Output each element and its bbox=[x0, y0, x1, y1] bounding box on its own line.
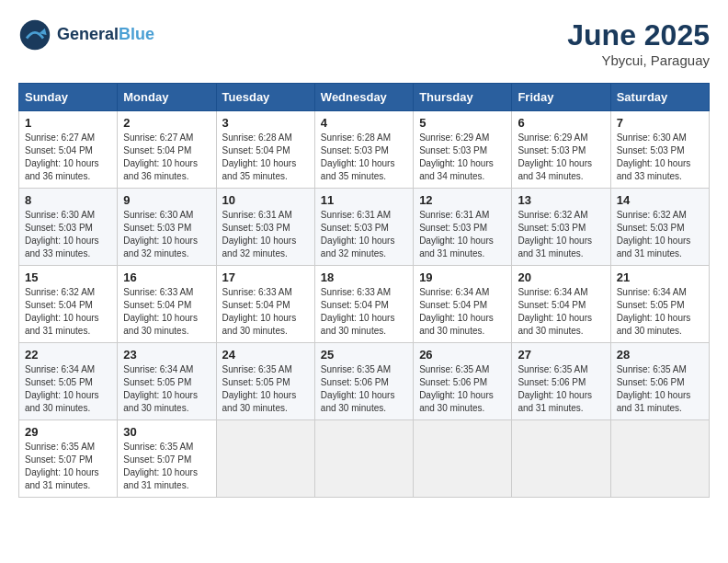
svg-point-0 bbox=[20, 20, 50, 50]
calendar-week-2: 8Sunrise: 6:30 AM Sunset: 5:03 PM Daylig… bbox=[19, 189, 710, 266]
day-number: 27 bbox=[518, 348, 604, 362]
day-header-wednesday: Wednesday bbox=[314, 84, 413, 111]
logo-text: GeneralBlue bbox=[57, 25, 154, 45]
calendar-header-row: SundayMondayTuesdayWednesdayThursdayFrid… bbox=[19, 84, 710, 111]
day-number: 11 bbox=[321, 193, 407, 207]
calendar-cell: 7Sunrise: 6:30 AM Sunset: 5:03 PM Daylig… bbox=[610, 111, 709, 189]
calendar-cell: 1Sunrise: 6:27 AM Sunset: 5:04 PM Daylig… bbox=[19, 111, 118, 189]
day-info: Sunrise: 6:32 AM Sunset: 5:04 PM Dayligh… bbox=[25, 286, 111, 338]
day-info: Sunrise: 6:34 AM Sunset: 5:05 PM Dayligh… bbox=[25, 363, 111, 415]
calendar-cell bbox=[314, 420, 413, 498]
location-subtitle: Ybycui, Paraguay bbox=[567, 52, 710, 68]
calendar-cell: 9Sunrise: 6:30 AM Sunset: 5:03 PM Daylig… bbox=[118, 189, 216, 266]
day-number: 7 bbox=[617, 116, 703, 130]
day-info: Sunrise: 6:33 AM Sunset: 5:04 PM Dayligh… bbox=[321, 286, 407, 338]
day-info: Sunrise: 6:31 AM Sunset: 5:03 PM Dayligh… bbox=[222, 209, 309, 260]
day-info: Sunrise: 6:32 AM Sunset: 5:03 PM Dayligh… bbox=[617, 209, 703, 260]
day-info: Sunrise: 6:34 AM Sunset: 5:05 PM Dayligh… bbox=[617, 286, 703, 338]
calendar-week-3: 15Sunrise: 6:32 AM Sunset: 5:04 PM Dayli… bbox=[19, 266, 710, 343]
calendar-cell: 21Sunrise: 6:34 AM Sunset: 5:05 PM Dayli… bbox=[610, 266, 709, 343]
calendar-week-4: 22Sunrise: 6:34 AM Sunset: 5:05 PM Dayli… bbox=[19, 343, 710, 420]
month-title: June 2025 bbox=[567, 18, 710, 52]
calendar-cell: 8Sunrise: 6:30 AM Sunset: 5:03 PM Daylig… bbox=[19, 189, 118, 266]
calendar-cell: 3Sunrise: 6:28 AM Sunset: 5:04 PM Daylig… bbox=[216, 111, 314, 189]
title-block: June 2025 Ybycui, Paraguay bbox=[567, 18, 710, 68]
day-info: Sunrise: 6:32 AM Sunset: 5:03 PM Dayligh… bbox=[518, 209, 604, 260]
page-header: GeneralBlue June 2025 Ybycui, Paraguay bbox=[18, 18, 710, 68]
day-info: Sunrise: 6:35 AM Sunset: 5:06 PM Dayligh… bbox=[518, 363, 604, 415]
day-number: 21 bbox=[617, 270, 703, 284]
day-info: Sunrise: 6:30 AM Sunset: 5:03 PM Dayligh… bbox=[123, 209, 210, 260]
day-header-thursday: Thursday bbox=[414, 84, 512, 111]
calendar-cell: 20Sunrise: 6:34 AM Sunset: 5:04 PM Dayli… bbox=[512, 266, 610, 343]
day-number: 15 bbox=[25, 270, 111, 284]
calendar-cell: 10Sunrise: 6:31 AM Sunset: 5:03 PM Dayli… bbox=[216, 189, 314, 266]
day-info: Sunrise: 6:34 AM Sunset: 5:05 PM Dayligh… bbox=[123, 363, 210, 415]
calendar-cell: 25Sunrise: 6:35 AM Sunset: 5:06 PM Dayli… bbox=[314, 343, 413, 420]
day-number: 24 bbox=[222, 348, 309, 362]
day-number: 1 bbox=[25, 116, 111, 130]
day-info: Sunrise: 6:35 AM Sunset: 5:07 PM Dayligh… bbox=[25, 441, 111, 492]
logo-icon bbox=[18, 18, 51, 52]
day-info: Sunrise: 6:31 AM Sunset: 5:03 PM Dayligh… bbox=[419, 209, 506, 260]
day-number: 8 bbox=[25, 193, 111, 207]
calendar-cell: 23Sunrise: 6:34 AM Sunset: 5:05 PM Dayli… bbox=[118, 343, 216, 420]
calendar-cell: 22Sunrise: 6:34 AM Sunset: 5:05 PM Dayli… bbox=[19, 343, 118, 420]
calendar-cell: 17Sunrise: 6:33 AM Sunset: 5:04 PM Dayli… bbox=[216, 266, 314, 343]
calendar-cell: 19Sunrise: 6:34 AM Sunset: 5:04 PM Dayli… bbox=[414, 266, 512, 343]
day-info: Sunrise: 6:34 AM Sunset: 5:04 PM Dayligh… bbox=[419, 286, 506, 338]
day-info: Sunrise: 6:33 AM Sunset: 5:04 PM Dayligh… bbox=[222, 286, 309, 338]
day-number: 13 bbox=[518, 193, 604, 207]
day-number: 19 bbox=[419, 270, 506, 284]
day-number: 6 bbox=[518, 116, 604, 130]
day-number: 18 bbox=[321, 270, 407, 284]
day-info: Sunrise: 6:29 AM Sunset: 5:03 PM Dayligh… bbox=[518, 132, 604, 183]
calendar-cell: 26Sunrise: 6:35 AM Sunset: 5:06 PM Dayli… bbox=[414, 343, 512, 420]
day-info: Sunrise: 6:29 AM Sunset: 5:03 PM Dayligh… bbox=[419, 132, 506, 183]
calendar-cell bbox=[216, 420, 314, 498]
calendar-cell bbox=[610, 420, 709, 498]
calendar-week-5: 29Sunrise: 6:35 AM Sunset: 5:07 PM Dayli… bbox=[19, 420, 710, 498]
day-number: 20 bbox=[518, 270, 604, 284]
day-header-tuesday: Tuesday bbox=[216, 84, 314, 111]
calendar-cell: 6Sunrise: 6:29 AM Sunset: 5:03 PM Daylig… bbox=[512, 111, 610, 189]
calendar-cell: 2Sunrise: 6:27 AM Sunset: 5:04 PM Daylig… bbox=[118, 111, 216, 189]
calendar-cell: 16Sunrise: 6:33 AM Sunset: 5:04 PM Dayli… bbox=[118, 266, 216, 343]
day-number: 17 bbox=[222, 270, 309, 284]
day-info: Sunrise: 6:33 AM Sunset: 5:04 PM Dayligh… bbox=[123, 286, 210, 338]
day-header-friday: Friday bbox=[512, 84, 610, 111]
day-number: 22 bbox=[25, 348, 111, 362]
day-info: Sunrise: 6:28 AM Sunset: 5:03 PM Dayligh… bbox=[321, 132, 407, 183]
day-number: 4 bbox=[321, 116, 407, 130]
day-info: Sunrise: 6:35 AM Sunset: 5:07 PM Dayligh… bbox=[123, 441, 210, 492]
day-number: 16 bbox=[123, 270, 210, 284]
calendar-cell: 15Sunrise: 6:32 AM Sunset: 5:04 PM Dayli… bbox=[19, 266, 118, 343]
calendar-cell: 13Sunrise: 6:32 AM Sunset: 5:03 PM Dayli… bbox=[512, 189, 610, 266]
calendar-week-1: 1Sunrise: 6:27 AM Sunset: 5:04 PM Daylig… bbox=[19, 111, 710, 189]
calendar-cell: 11Sunrise: 6:31 AM Sunset: 5:03 PM Dayli… bbox=[314, 189, 413, 266]
day-number: 23 bbox=[123, 348, 210, 362]
day-number: 30 bbox=[123, 425, 210, 439]
calendar-cell: 24Sunrise: 6:35 AM Sunset: 5:05 PM Dayli… bbox=[216, 343, 314, 420]
day-info: Sunrise: 6:31 AM Sunset: 5:03 PM Dayligh… bbox=[321, 209, 407, 260]
calendar-cell: 29Sunrise: 6:35 AM Sunset: 5:07 PM Dayli… bbox=[19, 420, 118, 498]
calendar-cell: 28Sunrise: 6:35 AM Sunset: 5:06 PM Dayli… bbox=[610, 343, 709, 420]
calendar-cell: 18Sunrise: 6:33 AM Sunset: 5:04 PM Dayli… bbox=[314, 266, 413, 343]
day-number: 12 bbox=[419, 193, 506, 207]
day-header-monday: Monday bbox=[118, 84, 216, 111]
day-number: 26 bbox=[419, 348, 506, 362]
day-info: Sunrise: 6:35 AM Sunset: 5:06 PM Dayligh… bbox=[419, 363, 506, 415]
calendar-cell bbox=[414, 420, 512, 498]
day-number: 5 bbox=[419, 116, 506, 130]
day-number: 29 bbox=[25, 425, 111, 439]
day-info: Sunrise: 6:35 AM Sunset: 5:05 PM Dayligh… bbox=[222, 363, 309, 415]
logo: GeneralBlue bbox=[18, 18, 154, 52]
day-number: 28 bbox=[617, 348, 703, 362]
calendar-cell: 5Sunrise: 6:29 AM Sunset: 5:03 PM Daylig… bbox=[414, 111, 512, 189]
day-header-saturday: Saturday bbox=[610, 84, 709, 111]
day-number: 14 bbox=[617, 193, 703, 207]
day-number: 3 bbox=[222, 116, 309, 130]
day-number: 2 bbox=[123, 116, 210, 130]
day-info: Sunrise: 6:27 AM Sunset: 5:04 PM Dayligh… bbox=[123, 132, 210, 183]
day-info: Sunrise: 6:30 AM Sunset: 5:03 PM Dayligh… bbox=[25, 209, 111, 260]
